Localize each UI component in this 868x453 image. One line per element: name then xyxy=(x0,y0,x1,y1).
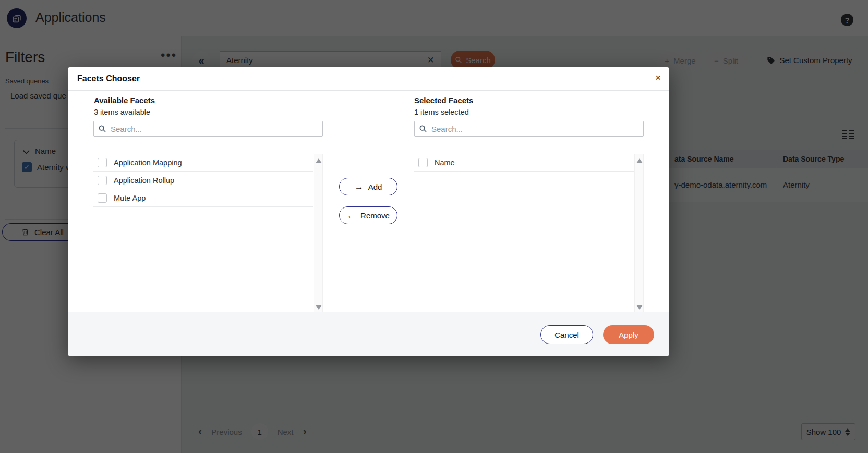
facet-checkbox[interactable] xyxy=(418,158,428,167)
available-facets-search-input[interactable] xyxy=(111,125,318,133)
selected-facets-search-input[interactable] xyxy=(431,125,639,133)
remove-button-label: Remove xyxy=(360,211,390,220)
facet-checkbox[interactable] xyxy=(98,193,107,203)
modal-footer: Cancel Apply xyxy=(68,312,669,356)
facet-label: Application Mapping xyxy=(114,158,182,167)
arrow-right-icon: → xyxy=(355,182,364,191)
available-facets-search[interactable] xyxy=(93,121,323,137)
close-icon[interactable]: × xyxy=(655,72,661,82)
selected-facets-search[interactable] xyxy=(414,121,644,137)
modal-header: Facets Chooser × xyxy=(68,67,669,91)
list-item[interactable]: Name xyxy=(414,154,634,172)
arrow-left-icon: ← xyxy=(347,211,356,220)
remove-button[interactable]: ← Remove xyxy=(339,206,397,224)
search-icon xyxy=(419,125,427,133)
selected-facets-count: 1 items selected xyxy=(414,108,469,116)
scroll-down-icon[interactable] xyxy=(316,305,322,310)
add-button-label: Add xyxy=(368,182,382,191)
scroll-down-icon[interactable] xyxy=(636,305,643,310)
facet-label: Application Rollup xyxy=(114,176,174,185)
modal-title: Facets Chooser xyxy=(77,74,140,83)
available-facets-count: 3 items available xyxy=(94,108,150,116)
apply-button[interactable]: Apply xyxy=(603,325,654,344)
search-icon xyxy=(98,125,106,133)
facets-chooser-modal: Facets Chooser × Available Facets 3 item… xyxy=(68,67,669,356)
available-facets-scrollbar[interactable] xyxy=(314,154,323,314)
scroll-up-icon[interactable] xyxy=(636,158,643,163)
list-item[interactable]: Application Rollup xyxy=(93,172,313,189)
facet-checkbox[interactable] xyxy=(98,176,107,185)
facet-checkbox[interactable] xyxy=(98,158,107,167)
selected-facets-scrollbar[interactable] xyxy=(634,154,644,314)
available-facets-list: Application Mapping Application Rollup M… xyxy=(93,154,313,207)
selected-facets-heading: Selected Facets xyxy=(414,96,473,105)
list-item[interactable]: Mute App xyxy=(93,189,313,207)
cancel-button[interactable]: Cancel xyxy=(540,325,593,344)
available-facets-heading: Available Facets xyxy=(94,96,155,105)
list-item[interactable]: Application Mapping xyxy=(93,154,313,172)
facet-label: Name xyxy=(435,158,455,167)
add-button[interactable]: → Add xyxy=(339,178,397,195)
scroll-up-icon[interactable] xyxy=(316,158,322,163)
selected-facets-list: Name xyxy=(414,154,634,172)
facet-label: Mute App xyxy=(114,194,146,202)
